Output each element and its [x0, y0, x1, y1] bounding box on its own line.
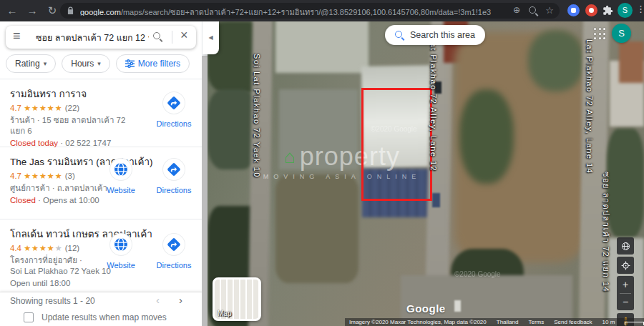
scale-label: 10 m: [602, 319, 615, 325]
highlighted-plot-rectangle: [361, 88, 432, 201]
google-logo: Google: [406, 302, 446, 315]
back-icon[interactable]: ←: [4, 3, 20, 19]
street-label: Lat Plakhao 72 Alley, Lane 14: [585, 39, 594, 174]
send-feedback-link[interactable]: Send feedback: [554, 319, 592, 325]
extension-red-icon[interactable]: [585, 4, 597, 16]
search-input[interactable]: [34, 31, 150, 45]
directions-icon: [165, 236, 182, 253]
more-filters-button[interactable]: More filters: [116, 54, 190, 73]
forward-icon[interactable]: →: [24, 3, 40, 19]
search-icon: [395, 31, 404, 40]
extension-blue-icon[interactable]: [567, 4, 580, 16]
list-item[interactable]: รามอินทรา การาจ 4.7 ★★★★★ (22) ร้านค้า ·…: [0, 79, 202, 147]
directions-button[interactable]: Directions: [153, 234, 195, 270]
search-box: ≡ ×: [6, 26, 196, 49]
stars-icon: ★★★★★: [24, 172, 62, 180]
collapse-panel-button[interactable]: ◀: [203, 21, 219, 54]
directions-button[interactable]: Directions: [153, 92, 195, 128]
update-results-label: Update results when map moves: [42, 312, 167, 322]
bookmark-star-icon[interactable]: ☆: [544, 5, 555, 16]
showing-results-text: Showing results 1 - 20: [10, 296, 95, 306]
terms-link[interactable]: Terms: [528, 319, 544, 325]
url-text: google.com/maps/search/ซอย+ลาดปลาเค้า+72…: [80, 6, 524, 16]
my-location-button[interactable]: [617, 257, 634, 274]
magnifier-icon[interactable]: [527, 6, 538, 16]
list-item[interactable]: โกลเด้น ทาวน์ เกษตร ลาดปลาเค้า 4.4 ★★★★★…: [0, 219, 202, 292]
list-item[interactable]: The Jas รามอินทรา (ลาดปลาเค้า) 4.7 ★★★★★…: [0, 147, 202, 219]
map-mode-inset-toggle[interactable]: Map: [213, 277, 261, 321]
clear-search-icon[interactable]: ×: [180, 28, 188, 43]
address-bar[interactable]: google.com/maps/search/ซอย+ลาดปลาเค้า+72…: [60, 3, 560, 19]
filter-chips: Rating▾ Hours▾ More filters: [6, 54, 190, 73]
hours-filter-button[interactable]: Hours▾: [62, 54, 110, 73]
stars-icon: ★★★★: [24, 244, 54, 252]
browser-profile-avatar[interactable]: S: [618, 3, 633, 18]
website-button[interactable]: Website: [100, 234, 142, 270]
account-avatar[interactable]: S: [612, 24, 631, 43]
google-apps-grid-icon[interactable]: [594, 28, 606, 40]
result-address: ร้านค้า · 15 ซอย ลาดปลาเค้า 72 แยก 6: [10, 115, 132, 137]
zoom-out-button[interactable]: −: [617, 293, 634, 310]
sliders-icon: [125, 59, 135, 68]
zoom-indicator-icon[interactable]: ⊕: [511, 5, 522, 15]
directions-icon: [165, 161, 182, 178]
browser-menu-icon[interactable]: ⋮: [636, 4, 644, 14]
google-ghost-watermark: ©2020 Google: [454, 270, 501, 278]
zoom-in-button[interactable]: +: [617, 276, 634, 293]
chevron-down-icon: ▾: [97, 60, 101, 67]
zoom-controls: + −: [617, 276, 634, 310]
rating-filter-button[interactable]: Rating▾: [6, 54, 56, 73]
results-pagination-bar: Showing results 1 - 20 ‹ ›: [0, 292, 202, 310]
stars-icon: ★★★★★: [24, 104, 62, 112]
scrollbar-thumb[interactable]: [202, 56, 208, 326]
results-panel: ≡ × Rating▾ Hours▾ More filters รามอินทร…: [0, 21, 202, 326]
result-status: Open until 18:00: [10, 277, 202, 289]
map-canvas[interactable]: ©2020 Google ©2020 Google ⌂property MOVI…: [208, 21, 644, 326]
chevron-down-icon: ▾: [44, 60, 47, 67]
menu-hamburger-icon[interactable]: ≡: [13, 29, 21, 44]
house-icon: ⌂: [284, 147, 296, 166]
street-label: Soi Lat Plakhao 72 Yaek 10: [253, 54, 261, 178]
map-attribution-bar: Imagery ©2020 Maxar Technologies, Map da…: [345, 318, 644, 326]
update-results-checkbox[interactable]: [24, 312, 34, 322]
region-link[interactable]: Thailand: [497, 319, 519, 325]
website-globe-icon: [112, 236, 130, 253]
search-icon[interactable]: [153, 32, 162, 41]
lock-icon: [67, 6, 74, 15]
street-label: Lat Plakhao 72 Alley, Lane 12: [429, 37, 438, 172]
directions-icon: [165, 94, 182, 112]
globe-icon: [620, 241, 631, 252]
browser-toolbar: ← → ↻ google.com/maps/search/ซอย+ลาดปลาเ…: [0, 0, 644, 21]
directions-button[interactable]: Directions: [153, 159, 195, 194]
previous-page-icon[interactable]: ‹: [156, 294, 160, 306]
website-globe-icon: [112, 161, 130, 178]
website-button[interactable]: Website: [100, 159, 142, 194]
satellite-globe-button[interactable]: [617, 237, 634, 255]
result-status: Closed · Opens at 10:00: [10, 194, 202, 206]
search-this-area-button[interactable]: Search this area: [385, 25, 485, 45]
update-results-row: Update results when map moves: [0, 309, 202, 326]
next-page-icon[interactable]: ›: [179, 294, 182, 306]
imagery-attribution: Imagery ©2020 Maxar Technologies, Map da…: [349, 319, 487, 325]
reload-icon[interactable]: ↻: [44, 3, 60, 19]
results-list: รามอินทรา การาจ 4.7 ★★★★★ (22) ร้านค้า ·…: [0, 79, 202, 292]
browser-window: ← → ↻ google.com/maps/search/ซอย+ลาดปลาเ…: [0, 0, 644, 326]
extensions-puzzle-icon[interactable]: [602, 5, 613, 16]
results-scrollbar[interactable]: [202, 21, 208, 326]
street-label: ซอย ลาดปลาเค้า 72 แยก 14: [600, 172, 613, 292]
my-location-icon: [620, 260, 631, 271]
scale-bar: [625, 322, 644, 325]
